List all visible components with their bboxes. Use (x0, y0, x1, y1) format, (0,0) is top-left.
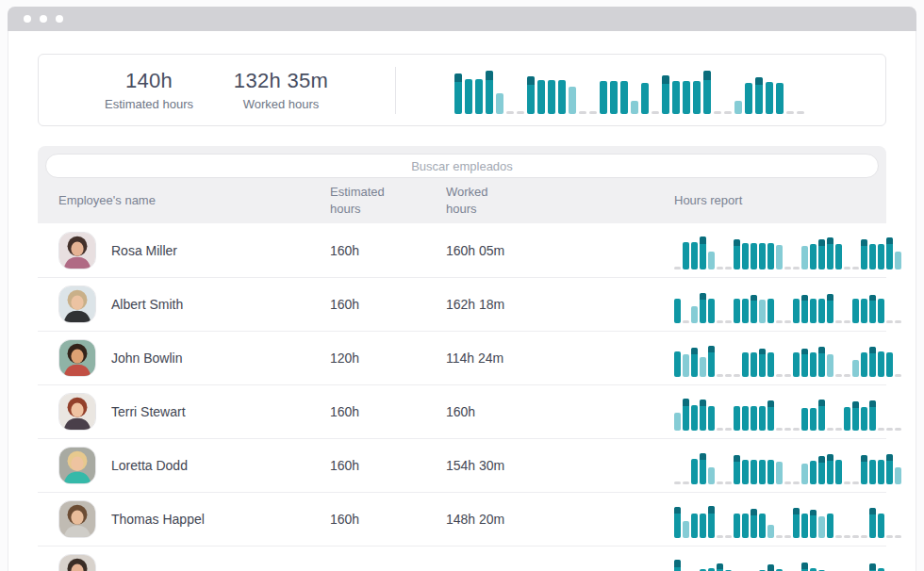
column-header-estimated-hours: Estimated hours (330, 184, 398, 217)
hours-report-chart (674, 554, 903, 571)
estimated-hours-value: 120h (330, 351, 446, 366)
table-row[interactable]: Terri Stewart 160h 160h (38, 384, 886, 438)
estimated-hours-value: 160h (330, 458, 446, 473)
avatar (58, 554, 96, 571)
worked-hours-value: 160h (446, 404, 641, 419)
summary-stats: 140h Estimated hours 132h 35m Worked hou… (88, 69, 342, 111)
worked-hours-total: 132h 35m (220, 69, 342, 93)
estimated-hours-value: 160h (330, 243, 446, 258)
vertical-divider (395, 67, 396, 114)
table-row[interactable]: Rosa Miller 160h 160h 05m (38, 223, 886, 277)
column-header-hours-report: Hours report (641, 192, 886, 209)
employees-table-card: Employee's name Estimated hours Worked h… (38, 146, 886, 571)
table-body: Rosa Miller 160h 160h 05m Albert Smith 1… (38, 223, 886, 571)
hours-report-chart (674, 393, 903, 431)
worked-hours-label: Worked hours (220, 97, 342, 111)
hours-report-chart (674, 339, 903, 377)
avatar (58, 286, 96, 323)
worked-hours-value: 160h 05m (446, 243, 641, 258)
worked-hours-value: 114h 24m (446, 351, 641, 366)
window-control-dot-icon[interactable] (24, 15, 31, 23)
avatar (58, 232, 96, 269)
table-row[interactable]: Thomas Happel 160h 148h 20m (38, 492, 886, 546)
avatar (58, 393, 96, 431)
summary-chart (454, 71, 807, 114)
employee-name: Albert Smith (111, 297, 183, 312)
estimated-hours-total: 140h (88, 69, 210, 93)
search-bar (38, 146, 886, 178)
worked-hours-value: 154h 30m (446, 458, 641, 473)
estimated-hours-stat: 140h Estimated hours (88, 69, 210, 111)
search-input[interactable] (45, 154, 879, 178)
avatar (58, 500, 96, 538)
estimated-hours-value: 160h (330, 297, 446, 312)
window-titlebar (8, 7, 916, 31)
hours-report-chart (674, 447, 903, 484)
estimated-hours-label: Estimated hours (88, 97, 210, 111)
employee-name: Loretta Dodd (111, 458, 188, 473)
estimated-hours-value: 160h (330, 512, 446, 527)
column-header-employee-name: Employee's name (58, 192, 330, 209)
table-row[interactable]: John Bowlin 120h 114h 24m (38, 331, 886, 384)
avatar (58, 339, 96, 377)
hours-report-chart (674, 286, 903, 323)
window-control-dot-icon[interactable] (56, 15, 63, 23)
employee-name: Rosa Miller (111, 243, 177, 258)
window-controls[interactable] (24, 15, 63, 23)
hours-report-chart (674, 232, 903, 269)
app-window: 140h Estimated hours 132h 35m Worked hou… (0, 0, 924, 571)
table-row[interactable]: Loretta Dodd 160h 154h 30m (38, 438, 886, 492)
worked-hours-stat: 132h 35m Worked hours (220, 69, 342, 111)
column-header-worked-hours: Worked hours (446, 184, 514, 217)
table-header-row: Employee's name Estimated hours Worked h… (38, 178, 886, 223)
table-row[interactable] (38, 546, 886, 571)
employee-name: Thomas Happel (111, 512, 205, 527)
avatar (58, 447, 96, 484)
employee-name: Terri Stewart (111, 404, 186, 419)
estimated-hours-value: 160h (330, 404, 446, 419)
hours-report-chart (674, 500, 903, 538)
table-row[interactable]: Albert Smith 160h 162h 18m (38, 277, 886, 331)
worked-hours-value: 148h 20m (446, 512, 641, 527)
worked-hours-value: 162h 18m (446, 297, 641, 312)
page-body: 140h Estimated hours 132h 35m Worked hou… (8, 31, 916, 571)
summary-card: 140h Estimated hours 132h 35m Worked hou… (38, 54, 886, 126)
employee-name: John Bowlin (111, 351, 183, 366)
window-control-dot-icon[interactable] (40, 15, 47, 23)
